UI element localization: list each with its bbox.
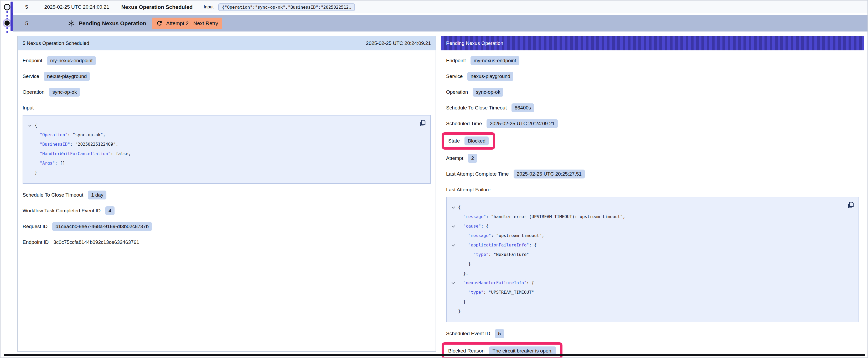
field-value-chip: 2025-02-25 UTC 20:25:27.51 [514, 169, 585, 178]
input-preview-chip: {"Operation":"sync-op-ok","BusinessID":"… [218, 3, 355, 11]
field-row-attempt: Attempt2 [446, 154, 859, 163]
field-value-chip: nexus-playground [467, 72, 513, 81]
field-label: Scheduled Event ID [446, 331, 490, 336]
field-value-link[interactable]: 3c0c75ccfa8144b092c13ce632463761 [53, 239, 139, 245]
code-line: } [448, 306, 844, 316]
code-line: } [25, 168, 415, 177]
event-name: Nexus Operation Scheduled [121, 4, 193, 10]
field-label: Operation [446, 89, 468, 95]
code-text: } [458, 259, 471, 269]
code-text: "applicationFailureInfo": { [458, 240, 537, 250]
collapse-chevron-icon[interactable] [448, 203, 458, 212]
code-gutter [448, 259, 458, 269]
code-gutter [25, 168, 35, 177]
field-value-chip: 2025-02-25 UTC 20:24:09.21 [487, 119, 558, 128]
field-value-chip: my-nexus-endpoint [470, 56, 519, 65]
code-line: } [448, 297, 844, 306]
code-gutter [25, 159, 35, 168]
pending-card-header: Pending Nexus Operation [441, 36, 864, 51]
code-line: "message": "handler error (UPSTREAM_TIME… [448, 212, 844, 222]
field-label: Endpoint [446, 58, 466, 64]
code-text: "type": "NexusFailure" [458, 250, 529, 259]
event-timestamp: 2025-02-25 UTC 20:24:09.21 [44, 4, 109, 10]
code-gutter [25, 140, 35, 149]
event-card-timestamp: 2025-02-25 UTC 20:24:09.21 [366, 40, 431, 46]
code-text: "HandlerWaitForCancellation": false, [35, 149, 131, 159]
code-line: "nexusHandlerFailureInfo": { [448, 278, 844, 288]
input-label: Input [204, 4, 214, 10]
code-line: "BusinessID": "20250225122409", [25, 140, 415, 149]
code-gutter [25, 130, 35, 140]
field-label: Endpoint [23, 58, 42, 64]
collapse-chevron-icon[interactable] [448, 240, 458, 250]
event-id-link[interactable]: 5 [25, 4, 28, 10]
failure-json-label: Last Attempt Failure [446, 187, 491, 193]
code-line: "type": "UPSTREAM_TIMEOUT" [448, 288, 844, 297]
input-json-label: Input [23, 105, 34, 111]
event-summary-row[interactable]: 5 2025-02-25 UTC 20:24:09.21 Nexus Opera… [12, 1, 868, 13]
pending-id-link[interactable]: 5 [25, 20, 28, 27]
code-text: } [458, 297, 466, 306]
code-line: "message": "upstream timeout", [448, 231, 844, 240]
event-details-card: 5 Nexus Operation Scheduled 2025-02-25 U… [17, 36, 436, 352]
collapse-chevron-icon[interactable] [25, 121, 35, 130]
code-line: "type": "NexusFailure" [448, 250, 844, 259]
code-text: { [458, 203, 461, 212]
code-text: "BusinessID": "20250225122409", [35, 140, 118, 149]
field-value-chip: 4 [105, 206, 115, 215]
code-text: "message": "handler error (UPSTREAM_TIME… [458, 212, 625, 222]
field-value-chip: b1c6a4bc-8ee7-468a-9169-df3b02c8737b [52, 222, 152, 231]
field-row-scheduled-event-id: Scheduled Event ID5 [446, 329, 859, 338]
copy-icon [418, 119, 427, 127]
code-text: { [35, 121, 37, 130]
field-row-last-attempt-complete-time: Last Attempt Complete Time2025-02-25 UTC… [446, 169, 859, 178]
code-text: "type": "UPSTREAM_TIMEOUT" [458, 288, 534, 297]
field-value-chip: 2 [468, 154, 477, 163]
code-line: "HandlerWaitForCancellation": false, [25, 149, 415, 159]
field-label: Service [23, 73, 39, 79]
collapse-chevron-icon[interactable] [448, 222, 458, 231]
field-label: Service [446, 73, 463, 79]
field-value-chip: 5 [495, 329, 504, 338]
field-row-state: StateBlocked [446, 135, 859, 147]
copy-button[interactable] [846, 200, 856, 210]
code-line: "cause": { [448, 222, 844, 231]
field-label: Last Attempt Complete Time [446, 171, 509, 177]
retry-attempt-badge: Attempt 2 · Next Retry [152, 18, 222, 29]
code-line: "applicationFailureInfo": { [448, 240, 844, 250]
field-row-endpoint-id: Endpoint ID3c0c75ccfa8144b092c13ce632463… [23, 238, 431, 247]
annotation-highlight-box: Blocked ReasonThe circuit breaker is ope… [442, 342, 562, 358]
timeline-marker-open-circle [4, 4, 10, 10]
code-gutter [448, 250, 458, 259]
event-card-body: Endpointmy-nexus-endpointServicenexus-pl… [18, 51, 436, 259]
timeline-marker-filled-circle [4, 21, 10, 26]
code-gutter [448, 288, 458, 297]
retry-badge-label: Attempt 2 · Next Retry [166, 21, 218, 27]
field-value-chip: nexus-playground [44, 72, 90, 81]
field-value-chip: 86400s [512, 103, 534, 112]
code-gutter [448, 231, 458, 240]
pending-operation-row[interactable]: 5 Pending Nexus Operation Attempt 2 · Ne… [12, 15, 868, 32]
field-row-schedule-to-close-timeout: Schedule To Close Timeout1 day [23, 191, 431, 199]
field-row-workflow-task-completed-event-id: Workflow Task Completed Event ID4 [23, 206, 431, 215]
field-label: Schedule To Close Timeout [23, 192, 83, 198]
code-text: "Args": [] [35, 159, 65, 168]
code-line: { [25, 121, 415, 130]
field-row-scheduled-time: Scheduled Time2025-02-25 UTC 20:24:09.21 [446, 119, 859, 128]
field-row-operation: Operationsync-op-ok [23, 88, 431, 97]
field-row-service: Servicenexus-playground [446, 72, 859, 81]
copy-button[interactable] [418, 119, 427, 128]
event-card-title: 5 Nexus Operation Scheduled [23, 40, 89, 46]
field-value-chip: 1 day [88, 191, 106, 199]
code-text: "message": "upstream timeout", [458, 231, 544, 240]
code-line: { [448, 203, 844, 212]
code-gutter [25, 149, 35, 159]
field-row-request-id: Request IDb1c6a4bc-8ee7-468a-9169-df3b02… [23, 222, 431, 231]
expanded-row-bottom-border [4, 354, 865, 356]
field-value-chip: The circuit breaker is open. [489, 347, 556, 355]
field-label: Schedule To Close Timeout [446, 105, 507, 111]
collapse-chevron-icon[interactable] [448, 278, 458, 288]
field-label: Workflow Task Completed Event ID [23, 208, 101, 214]
code-line: }, [448, 269, 844, 278]
code-gutter [448, 269, 458, 278]
